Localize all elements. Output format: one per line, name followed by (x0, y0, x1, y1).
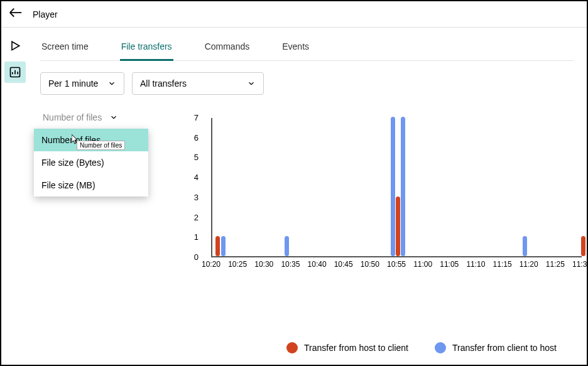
legend-label-client: Transfer from client to host (452, 343, 557, 353)
header: Player (1, 1, 587, 28)
bar (523, 236, 527, 256)
x-tick: 10:20 (202, 260, 220, 269)
x-tick: 11:25 (546, 260, 565, 269)
metric-select[interactable]: Number of files (41, 106, 126, 129)
left-rail (1, 28, 29, 365)
y-tick: 3 (187, 193, 199, 202)
chevron-down-icon (109, 113, 118, 122)
x-tick: 11:10 (466, 260, 485, 269)
direction-value: All transfers (140, 78, 187, 89)
interval-select[interactable]: Per 1 minute (40, 72, 124, 95)
tab-commands[interactable]: Commands (204, 35, 251, 60)
x-tick: 10:50 (361, 260, 379, 269)
legend: Transfer from host to client Transfer fr… (286, 342, 557, 353)
tabs: Screen time File transfers Commands Even… (40, 35, 574, 61)
bar (215, 236, 220, 256)
x-tick: 11:15 (493, 260, 512, 269)
x-tick: 11:05 (440, 260, 459, 269)
tab-screen-time[interactable]: Screen time (40, 35, 90, 60)
chevron-down-icon (107, 79, 116, 88)
metric-select-wrap: Number of files Number of files File siz… (40, 106, 126, 129)
bar (401, 117, 405, 256)
back-icon[interactable] (9, 6, 23, 23)
x-tick: 10:55 (387, 260, 406, 269)
x-tick: 11:30 (572, 260, 588, 269)
play-button[interactable] (4, 35, 26, 57)
bar (396, 196, 400, 256)
x-tick: 10:40 (308, 260, 327, 269)
bar (285, 236, 289, 256)
page-title: Player (33, 9, 58, 19)
direction-select[interactable]: All transfers (132, 72, 264, 95)
y-tick: 4 (187, 173, 199, 182)
metric-option-file-size-bytes[interactable]: File size (Bytes) (34, 151, 148, 174)
y-tick: 1 (187, 232, 199, 242)
metric-value: Number of files (43, 112, 102, 122)
y-tick: 2 (187, 213, 199, 222)
x-tick: 10:45 (334, 260, 353, 269)
tab-file-transfers[interactable]: File transfers (120, 35, 173, 61)
metric-dropdown: Number of files File size (Bytes) File s… (34, 129, 148, 196)
y-tick: 7 (187, 113, 199, 122)
y-tick: 5 (187, 153, 199, 162)
x-tick: 10:30 (254, 260, 273, 269)
chart-view-button[interactable] (4, 62, 26, 83)
legend-host-to-client: Transfer from host to client (286, 342, 408, 353)
swatch-orange (286, 342, 298, 353)
bar (391, 117, 395, 256)
tooltip: Number of files (77, 141, 125, 150)
tab-events[interactable]: Events (281, 35, 310, 60)
y-tick: 0 (187, 252, 199, 262)
x-tick: 11:00 (413, 260, 432, 269)
chart-plot (211, 118, 582, 257)
swatch-blue (435, 342, 446, 353)
filters-row: Per 1 minute All transfers (40, 72, 574, 95)
x-tick: 10:35 (281, 260, 300, 269)
chevron-down-icon (247, 79, 256, 88)
y-tick: 6 (187, 133, 199, 143)
x-tick: 11:20 (520, 260, 538, 269)
bar (581, 236, 585, 256)
legend-label-host: Transfer from host to client (304, 343, 408, 353)
metric-option-file-size-mb[interactable]: File size (MB) (34, 174, 148, 196)
main: Screen time File transfers Commands Even… (29, 28, 587, 365)
legend-client-to-host: Transfer from client to host (435, 342, 557, 353)
interval-value: Per 1 minute (48, 78, 98, 89)
bar (221, 236, 226, 256)
x-tick: 10:25 (228, 260, 247, 269)
